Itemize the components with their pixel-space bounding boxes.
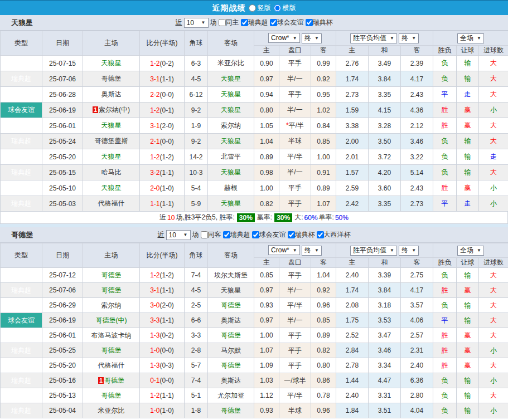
same-venue-input[interactable] [219, 19, 226, 26]
comp-input[interactable] [223, 231, 230, 238]
bookmaker-select[interactable]: Crow* [268, 245, 300, 255]
home-team-cell: 索尔纳 [83, 298, 140, 313]
corner-cell: 2-5 [185, 298, 208, 313]
table-row: 瑞典超 25-05-03 代格福什 1-1(1-1) 5-9 天狼星 0.82 … [1, 196, 508, 212]
bookmaker-select[interactable]: Crow* [268, 33, 300, 43]
mean-away-cell: 4.36 [401, 102, 433, 118]
away-team-name: 天狼星 [221, 106, 241, 114]
handicap-name: 平手 [288, 184, 302, 192]
competition-checkbox[interactable]: 球会友谊 [270, 18, 304, 27]
halftime-score: (0-0) [160, 91, 174, 99]
table-row: 球会友谊 25-06-19 哥德堡(中) 3-3(1-1) 6-6 奥斯达 0.… [1, 313, 508, 328]
same-venue-checkbox[interactable]: 同主 [219, 18, 239, 27]
date-cell: 25-06-01 [42, 118, 83, 134]
halftime-score: (1-0) [160, 407, 174, 414]
sub-mean-draw: 和 [369, 258, 401, 268]
near-link[interactable]: 近 [158, 230, 165, 240]
sub-handicap: 盘口 [279, 46, 311, 56]
comp-input[interactable] [317, 231, 324, 238]
home-team-name: 哥德堡 [104, 377, 124, 384]
horizontal-radio-input[interactable] [274, 4, 281, 12]
comp-input[interactable] [288, 231, 295, 238]
same-venue-input[interactable] [201, 231, 208, 238]
result-handicap-cell: 赢 [457, 180, 479, 196]
mean-select[interactable]: 胜平负均值 [350, 246, 397, 256]
mean-home-cell: 2.00 [336, 134, 369, 149]
games-count-select[interactable]: 10 [166, 230, 191, 240]
near-link[interactable]: 近 [176, 18, 182, 27]
competition-checkbox[interactable]: 瑞典杯 [306, 18, 333, 27]
handicap-name: 半/一 [287, 75, 302, 82]
result-goals-cell: 大 [479, 328, 508, 343]
away-team-cell: 尤尔加登 [208, 388, 254, 403]
mean-home-cell: 1.44 [336, 373, 369, 388]
league-cell: 瑞典超 [1, 403, 42, 418]
competition-checkbox[interactable]: 瑞典杯 [288, 230, 315, 240]
handicap-cell: 平/半 [279, 388, 311, 403]
competition-checkbox[interactable]: 瑞典超 [223, 230, 250, 240]
score-cell: 2-2(0-0) [140, 87, 185, 102]
page-title: 近期战绩 [212, 3, 246, 13]
handicap-name: 平手 [288, 199, 302, 207]
away-team-cell: 天狼星 [208, 196, 254, 212]
score-cell: 1-0(0-0) [140, 343, 185, 358]
odds-time-select[interactable]: 终 [302, 246, 322, 256]
mean-time-select[interactable]: 终 [399, 246, 419, 256]
col-date: 日期 [42, 31, 83, 56]
mean-home-cell: 1.59 [336, 102, 369, 118]
same-venue-checkbox[interactable]: 同客 [201, 230, 221, 240]
mean-away-cell: 2.80 [401, 388, 433, 403]
comp-input[interactable] [270, 19, 277, 26]
table-row: 瑞典超 25-06-29 索尔纳 3-0(2-0) 2-5 哥德堡 0.93 平… [1, 298, 508, 313]
mean-draw-cell: 3.34 [369, 358, 401, 373]
table-row: 瑞典超 25-05-15 哈马比 3-2(1-1) 10-3 天狼星 0.98 … [1, 165, 508, 180]
handicap-cell: 半球 [279, 403, 311, 418]
sub-result: 胜负 [433, 258, 457, 268]
comp-input[interactable] [306, 19, 313, 26]
layout-radio-vertical[interactable]: 竖版 [249, 3, 271, 13]
mean-home-cell: 2.76 [336, 56, 369, 71]
home-team-cell: 哥德堡 [83, 388, 140, 403]
home-team-cell: 哥德堡 [83, 283, 140, 298]
comp-input[interactable] [241, 19, 248, 26]
mean-away-cell: 2.40 [401, 358, 433, 373]
fullgame-header: 全场 [433, 243, 508, 258]
odds-time-select[interactable]: 终 [302, 33, 322, 43]
fulltime-score: 2-1 [150, 138, 159, 145]
away-odds-cell: 0.85 [311, 313, 336, 328]
team2-results-table: 类型 日期 主场 比分(半场) 角球 客场 Crow* 终 胜平负均值 终 全场… [0, 243, 508, 418]
competition-checkbox[interactable]: 大西洋杯 [317, 230, 351, 240]
home-team-name: 哥德堡 [101, 75, 122, 82]
handicap-name: 平手 [288, 271, 302, 279]
date-cell: 25-07-06 [42, 283, 83, 298]
result-goals-cell: 大 [479, 388, 508, 403]
competition-checkbox[interactable]: 瑞典超 [241, 18, 268, 27]
away-odds-cell: 0.80 [311, 358, 336, 373]
games-count-select[interactable]: 10 [184, 18, 209, 28]
away-team-name: 哥德堡 [221, 301, 241, 309]
mean-time-select[interactable]: 终 [399, 33, 419, 43]
col-type: 类型 [1, 31, 42, 56]
corner-cell: 7-4 [185, 373, 208, 388]
away-team-name: 天狼星 [221, 75, 241, 82]
result-goals-cell: 小 [479, 196, 508, 212]
topbar: 近期战绩 竖版 横版 [0, 0, 508, 15]
vertical-radio-input[interactable] [249, 4, 256, 12]
mean-select[interactable]: 胜平负均值 [350, 33, 397, 43]
competition-checkbox[interactable]: 球会友谊 [252, 230, 286, 240]
fullgame-select[interactable]: 全场 [457, 33, 484, 43]
home-odds-cell: 1.09 [254, 358, 279, 373]
away-odds-cell: 0.84 [311, 118, 336, 134]
mean-draw-cell: 3.72 [369, 149, 401, 165]
home-team-cell: 天狼星 [83, 56, 140, 71]
fullgame-select[interactable]: 全场 [457, 246, 484, 256]
result-handicap-cell: 输 [457, 71, 479, 87]
comp-input[interactable] [252, 231, 259, 238]
result-handicap-cell: 输 [457, 268, 479, 283]
mean-home-cell: 1.74 [336, 283, 369, 298]
away-team-cell: 马尔默 [208, 343, 254, 358]
layout-radio-horizontal[interactable]: 横版 [274, 3, 296, 13]
corner-cell: 7-4 [185, 268, 208, 283]
mean-away-cell: 2.31 [401, 343, 433, 358]
mean-away-cell: 2.43 [401, 180, 433, 196]
